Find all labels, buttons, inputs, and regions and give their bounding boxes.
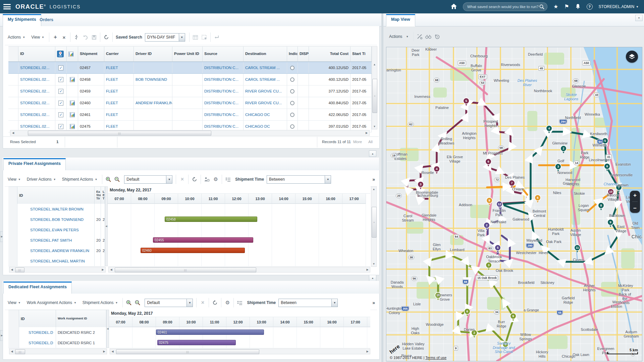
destination-link[interactable]: RIVER GROVE CU... — [244, 97, 287, 109]
flag-icon[interactable]: ⚑ — [564, 4, 569, 9]
marquee-select-icon[interactable] — [200, 33, 209, 41]
tab-orders[interactable]: Orders — [35, 15, 58, 26]
row-chart-icon[interactable] — [67, 97, 78, 109]
pf-driver-id-link[interactable]: STOREDEL.PAT SMITH — [17, 235, 95, 245]
pf-grid-row[interactable]: STOREDEL.WALTER BROWN — [8, 204, 105, 215]
column-header-Indic[interactable]: Indic — [287, 47, 298, 61]
carrier-link[interactable]: FLEET — [104, 85, 134, 97]
column-header-Driver ID[interactable]: Driver ID — [134, 47, 172, 61]
pf-driver-id-link[interactable]: STOREDEL.WALTER BROWN — [17, 204, 95, 214]
map-zoom-in-button[interactable]: + — [633, 192, 637, 198]
pf-gantt-vscroll[interactable]: ▲ ≡ ▼ — [371, 186, 377, 267]
pf-grid-row[interactable]: STOREDEL.EVAN PETERS — [8, 225, 105, 235]
row-checkbox[interactable]: ✓ — [55, 62, 67, 73]
gantt-bar-02461[interactable]: 02461 — [156, 329, 264, 335]
df-resource-id-link[interactable]: STOREDEL.D — [19, 338, 56, 348]
tab-map-view[interactable]: Map View — [386, 14, 415, 26]
actions-menu[interactable]: Actions▼ — [5, 33, 28, 42]
destination-link[interactable]: CHICAGO DC — [244, 109, 287, 120]
df-refresh-icon[interactable] — [211, 299, 219, 307]
column-header-Start Ti[interactable]: Start Ti — [351, 47, 372, 61]
indicator-radio[interactable] — [287, 74, 298, 85]
settings-gear-icon[interactable]: ⚙ — [211, 175, 220, 183]
column-header-0[interactable] — [8, 47, 18, 61]
df-zoom-out-icon[interactable] — [133, 299, 142, 307]
pf-grid-hscroll[interactable]: ◀ ||| ▶ — [9, 267, 106, 273]
df-view-menu[interactable]: View▼ — [5, 298, 24, 307]
tab-dedicated-fleet-assignments[interactable]: Dedicated Fleet Assignments — [3, 282, 72, 294]
map-layers-button[interactable] — [626, 51, 638, 63]
route-icon[interactable] — [72, 33, 81, 41]
shipments-hscroll[interactable]: ◀ ||| ▶ — [10, 130, 370, 136]
records-all-link[interactable]: All — [368, 140, 373, 144]
indicator-radio[interactable] — [287, 62, 298, 73]
pf-driver-id-link[interactable]: STOREDEL.EVAN PETERS — [17, 225, 95, 235]
gantt-bar-02475[interactable]: 02475 — [157, 340, 236, 345]
column-header-Carrier[interactable]: Carrier — [104, 47, 134, 61]
saved-search-dropdown[interactable]: DYN-DAY SHIF▼ — [145, 33, 185, 42]
row-checkbox[interactable]: ✓ — [55, 74, 67, 85]
table-icon[interactable] — [191, 33, 200, 41]
gantt-bar-02455[interactable]: 02455 — [153, 237, 253, 243]
source-link[interactable]: DISTRIBUTION C... — [203, 97, 244, 109]
delete-icon[interactable]: × — [60, 33, 68, 41]
column-header-Total Cost[interactable]: Total Cost — [309, 47, 351, 61]
destination-link[interactable]: CAROL STREAM ... — [244, 62, 287, 73]
table-row[interactable]: STOREDEL.02...✓02459FLEETDISTRIBUTION C.… — [8, 85, 372, 97]
save-icon[interactable] — [90, 33, 98, 41]
carrier-link[interactable]: FLEET — [104, 74, 134, 85]
df-settings-gear-icon[interactable]: ⚙ — [223, 299, 232, 307]
hamburger-menu-icon[interactable] — [3, 4, 11, 9]
source-link[interactable]: DISTRIBUTION C... — [203, 85, 244, 97]
indicator-radio[interactable] — [287, 97, 298, 109]
shipments-vscroll[interactable]: ▲ ≡ ▼ — [372, 46, 377, 129]
pf-view-menu[interactable]: View▼ — [5, 175, 24, 184]
table-row[interactable]: STOREDEL.02...✓02458FLEETBOB TOWNSENDDIS… — [8, 74, 372, 85]
go-to-record-icon[interactable] — [212, 33, 221, 41]
df-preset-dropdown[interactable]: Default▼ — [145, 299, 193, 307]
help-icon[interactable]: ? — [587, 4, 593, 10]
pf-shipment-time-dropdown[interactable]: Between▼ — [267, 175, 331, 184]
indicator-radio[interactable] — [287, 85, 298, 97]
carrier-link[interactable]: FLEET — [104, 97, 134, 109]
pf-preset-dropdown[interactable]: Default▼ — [124, 175, 172, 184]
indicator-radio[interactable] — [287, 109, 298, 120]
carrier-link[interactable]: FLEET — [104, 109, 134, 120]
pf-driver-actions-menu[interactable]: Driver Actions▼ — [24, 175, 59, 184]
df-shipment-actions-menu[interactable]: Shipment Actions▼ — [79, 298, 121, 307]
pane-splitter[interactable] — [381, 13, 383, 362]
undo-icon[interactable] — [81, 33, 90, 41]
view-menu[interactable]: View▼ — [28, 33, 47, 42]
df-wa-actions-menu[interactable]: Work Assignment Actions▼ — [24, 298, 79, 307]
df-shipment-time-dropdown[interactable]: Between▼ — [278, 299, 338, 307]
row-checkbox[interactable]: ✓ — [55, 109, 67, 120]
carrier-link[interactable]: FLEET — [104, 62, 134, 73]
pf-driver-id-link[interactable]: STOREDEL.MICHAEL MARTIN — [17, 256, 95, 266]
overview-compass-icon[interactable] — [433, 33, 441, 41]
source-link[interactable]: DISTRIBUTION C... — [203, 109, 244, 120]
column-header-map-pin-icon[interactable] — [55, 47, 67, 61]
df-delete-icon[interactable]: × — [198, 299, 207, 307]
shipment-id-link[interactable]: STOREDEL.02... — [18, 85, 55, 97]
column-header-ID[interactable]: ID — [18, 47, 55, 61]
saved-search-input[interactable]: What saved search would you like to run? — [463, 2, 547, 11]
search-icon[interactable] — [539, 4, 544, 9]
df-legend-list-icon[interactable] — [235, 299, 244, 307]
column-header-Power Unit ID[interactable]: Power Unit ID — [172, 47, 203, 61]
legend-list-icon[interactable] — [224, 175, 232, 183]
driver-clock-icon[interactable] — [203, 175, 211, 183]
tab-private-fleet-assignments[interactable]: Private Fleet Assignments — [3, 158, 66, 171]
source-link[interactable]: DISTRIBUTION C... — [203, 62, 244, 73]
shipment-id-link[interactable]: STOREDEL.02... — [18, 74, 55, 85]
table-row[interactable]: STOREDEL.02...✓02460FLEETANDREW FRANKLIN… — [8, 97, 372, 109]
column-header-Shipment[interactable]: Shipment — [78, 47, 104, 61]
row-chart-icon[interactable] — [67, 109, 78, 120]
gantt-bar-02458[interactable]: 02458 — [165, 217, 257, 222]
gantt-bar-02460[interactable]: 02460 — [141, 248, 245, 253]
records-more-link[interactable]: More — [353, 140, 362, 144]
column-header-DISP[interactable]: DISP — [298, 47, 309, 61]
df-grid-hscroll[interactable]: ◀ ||| ▶ — [9, 349, 107, 354]
df-zoom-in-icon[interactable] — [124, 299, 133, 307]
map-canvas[interactable]: 543671023456789119612251036912 Deer Park… — [386, 47, 642, 361]
column-header-Destination[interactable]: Destination — [244, 47, 287, 61]
